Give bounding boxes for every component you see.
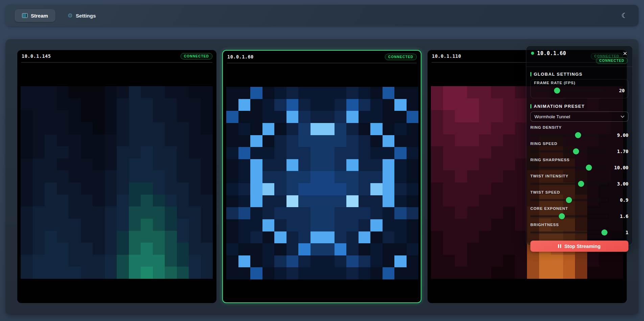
slider-track[interactable] bbox=[530, 231, 607, 233]
slider-row: 3.00 bbox=[530, 180, 628, 187]
led-matrix bbox=[226, 87, 418, 279]
topbar: Stream ⚙ Settings ☾ bbox=[5, 5, 639, 26]
slider-value: 1.70 bbox=[611, 149, 628, 154]
panel-header: 10.0.1.60 × bbox=[526, 46, 632, 57]
slider-row: 10.00 bbox=[530, 164, 628, 171]
section-animation-preset: ANIMATION PRESET bbox=[530, 104, 628, 109]
gear-icon: ⚙ bbox=[68, 13, 73, 19]
animation-preset-select[interactable]: Wormhole Tunnel bbox=[530, 112, 628, 122]
slider-track[interactable] bbox=[530, 150, 607, 152]
slider-row: 1.6 bbox=[530, 213, 628, 220]
pause-icon bbox=[558, 244, 561, 248]
tab-stream-label: Stream bbox=[31, 13, 48, 19]
slider-track[interactable] bbox=[534, 90, 604, 92]
slider-row: 1 bbox=[530, 229, 628, 236]
slider-thumb[interactable] bbox=[601, 229, 607, 236]
slider-track[interactable] bbox=[530, 134, 607, 136]
tab-settings-label: Settings bbox=[76, 13, 96, 19]
slider-value: 1.6 bbox=[611, 214, 628, 219]
slider-thumb[interactable] bbox=[559, 213, 565, 219]
section-global-settings: GLOBAL SETTINGS bbox=[530, 72, 628, 77]
tab-stream[interactable]: Stream bbox=[15, 9, 55, 22]
stop-streaming-button[interactable]: Stop Streaming bbox=[530, 241, 628, 252]
panel-badge-row: CONNECTED bbox=[526, 57, 632, 64]
slider-value: 3.00 bbox=[611, 181, 628, 187]
slider-thumb[interactable] bbox=[575, 132, 581, 138]
stream-grid: 10.0.1.145CONNECTED10.0.1.60CONNECTED10.… bbox=[5, 39, 639, 315]
slider-value: 9.00 bbox=[611, 132, 628, 138]
status-dot bbox=[531, 52, 534, 55]
slider-group: CORE EXPONENT1.6 bbox=[530, 206, 628, 220]
slider-group: BRIGHTNESS1 bbox=[530, 223, 628, 236]
device-settings-panel: 10.0.1.60 × CONNECTED GLOBAL SETTINGS FR… bbox=[526, 46, 633, 245]
close-button[interactable]: × bbox=[622, 50, 628, 57]
monitor-icon bbox=[22, 13, 28, 18]
slider-label: TWIST SPEED bbox=[530, 190, 628, 194]
slider-group: RING SPEED1.70 bbox=[530, 142, 628, 155]
preset-parameter-sliders: RING DENSITY9.00RING SPEED1.70RING SHARP… bbox=[530, 125, 628, 236]
slider-thumb[interactable] bbox=[554, 88, 560, 94]
slider-label: TWIST INTENSITY bbox=[530, 174, 628, 178]
slider-value: 10.00 bbox=[611, 165, 628, 170]
moon-icon: ☾ bbox=[621, 11, 627, 20]
nav-tabs: Stream ⚙ Settings bbox=[15, 9, 103, 22]
frame-rate-label: FRAME RATE (FPS) bbox=[534, 81, 625, 85]
device-ip: 10.0.1.60 bbox=[227, 54, 254, 59]
card-header: 10.0.1.60CONNECTED bbox=[227, 51, 417, 63]
slider-track[interactable] bbox=[530, 199, 607, 201]
theme-toggle-button[interactable]: ☾ bbox=[618, 9, 630, 22]
status-badge: CONNECTED bbox=[596, 57, 628, 64]
slider-track[interactable] bbox=[530, 215, 607, 217]
section-accent-bar bbox=[530, 72, 531, 76]
device-ip: 10.0.1.110 bbox=[432, 53, 461, 59]
stream-card-10.0.1.60[interactable]: 10.0.1.60CONNECTED bbox=[222, 50, 421, 303]
frame-rate-value: 20 bbox=[607, 88, 625, 93]
slider-group: TWIST SPEED0.9 bbox=[530, 190, 628, 203]
close-icon: × bbox=[623, 49, 627, 57]
led-matrix bbox=[21, 86, 213, 279]
slider-track[interactable] bbox=[530, 183, 607, 185]
device-ip: 10.0.1.145 bbox=[21, 53, 51, 59]
slider-group: RING DENSITY9.00 bbox=[530, 125, 628, 139]
slider-row: 0.9 bbox=[530, 197, 628, 203]
stream-card-10.0.1.145[interactable]: 10.0.1.145CONNECTED bbox=[17, 50, 216, 303]
slider-row: 1.70 bbox=[530, 148, 628, 155]
card-header: 10.0.1.145CONNECTED bbox=[21, 50, 212, 63]
chevron-down-icon bbox=[621, 116, 624, 118]
slider-value: 0.9 bbox=[611, 197, 628, 203]
status-badge: CONNECTED bbox=[181, 53, 212, 59]
slider-thumb[interactable] bbox=[578, 181, 584, 187]
frame-rate-slider-row: 20 bbox=[534, 87, 625, 94]
slider-label: CORE EXPONENT bbox=[530, 206, 628, 211]
slider-thumb[interactable] bbox=[566, 197, 572, 203]
section-accent-bar bbox=[530, 104, 531, 108]
slider-thumb[interactable] bbox=[586, 165, 592, 171]
status-badge: CONNECTED bbox=[385, 54, 417, 60]
frame-rate-group: FRAME RATE (FPS) 20 bbox=[530, 79, 628, 98]
slider-thumb[interactable] bbox=[573, 148, 579, 154]
stop-streaming-label: Stop Streaming bbox=[564, 244, 600, 249]
tab-settings[interactable]: ⚙ Settings bbox=[60, 9, 103, 22]
slider-label: RING DENSITY bbox=[530, 125, 628, 129]
slider-track[interactable] bbox=[530, 167, 607, 169]
slider-value: 1 bbox=[611, 230, 628, 235]
preset-selected-value: Wormhole Tunnel bbox=[534, 114, 570, 119]
panel-body: GLOBAL SETTINGS FRAME RATE (FPS) 20 ANIM… bbox=[526, 67, 632, 256]
slider-label: BRIGHTNESS bbox=[530, 223, 628, 227]
slider-group: RING SHARPNESS10.00 bbox=[530, 158, 628, 171]
panel-title: 10.0.1.60 bbox=[537, 50, 566, 56]
slider-label: RING SHARPNESS bbox=[530, 158, 628, 162]
slider-row: 9.00 bbox=[530, 132, 628, 139]
slider-group: TWIST INTENSITY3.00 bbox=[530, 174, 628, 187]
slider-label: RING SPEED bbox=[530, 142, 628, 146]
